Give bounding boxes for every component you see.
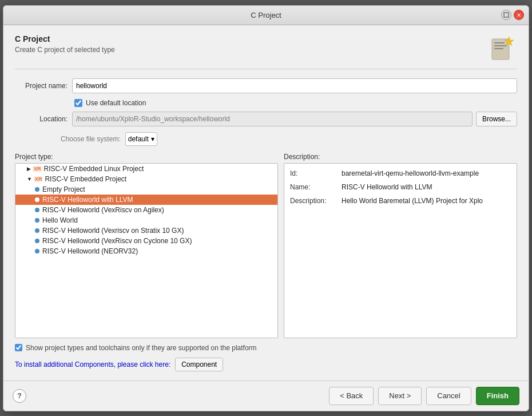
svg-rect-3 xyxy=(494,45,507,46)
browse-button[interactable]: Browse... xyxy=(476,112,517,126)
project-type-tree: ▶ XR RISC-V Embedded Linux Project ▼ XR … xyxy=(15,163,278,338)
bullet-icon xyxy=(35,249,39,253)
bullet-icon xyxy=(35,187,39,192)
dialog-title: C Project xyxy=(15,34,115,43)
project-name-row: Project name: xyxy=(15,78,517,93)
install-components-row: To install additional Components, please… xyxy=(15,358,517,371)
project-type-label: Project type: xyxy=(15,153,278,161)
collapse-arrow-icon: ▶ xyxy=(27,166,31,172)
dialog-footer: ? < Back Next > Cancel Finish xyxy=(3,381,529,411)
use-default-location-label: Use default location xyxy=(86,99,146,107)
project-name-label: Project name: xyxy=(15,82,72,90)
show-supported-label: Show project types and toolchains only i… xyxy=(26,344,257,352)
dialog-header: C Project Create C project of selected t… xyxy=(15,34,517,69)
bullet-icon xyxy=(35,228,39,233)
xr-badge: XR xyxy=(33,166,42,172)
filesystem-label: Choose file system: xyxy=(61,135,121,143)
tree-item-label: RISC-V Embedded Linux Project xyxy=(44,165,144,173)
filesystem-row: Choose file system: default ▾ xyxy=(61,132,517,146)
titlebar-title: C Project xyxy=(251,11,281,19)
help-button[interactable]: ? xyxy=(13,389,26,403)
project-name-input[interactable] xyxy=(72,78,517,93)
bullet-icon xyxy=(35,239,39,243)
tree-item-label: Hello World xyxy=(42,216,78,224)
project-icon xyxy=(487,34,517,62)
tree-item-label: RISC-V Helloworld (VexRiscv on Cyclone 1… xyxy=(42,237,192,245)
dialog-window: C Project ✕ C Project Create C project o… xyxy=(3,5,529,411)
desc-name-row: Name: RISC-V Helloworld with LLVM xyxy=(290,182,511,192)
desc-name-value: RISC-V Helloworld with LLVM xyxy=(342,182,511,192)
svg-rect-0 xyxy=(504,13,509,17)
tree-item-label: RISC-V Embedded Project xyxy=(45,175,126,183)
component-button[interactable]: Component xyxy=(175,358,223,371)
titlebar: C Project ✕ xyxy=(3,6,529,25)
svg-rect-4 xyxy=(494,48,503,49)
project-type-section: Project type: ▶ XR RISC-V Embedded Linux… xyxy=(15,153,278,338)
next-button[interactable]: Next > xyxy=(378,387,422,405)
desc-name-key: Name: xyxy=(290,182,342,192)
dialog-subtitle: Create C project of selected type xyxy=(15,46,115,54)
xr-badge: XR xyxy=(34,176,43,182)
tree-item-label: RISC-V Helloworld (VexRiscv on Agilex) xyxy=(42,206,164,214)
show-supported-row: Show project types and toolchains only i… xyxy=(15,344,517,352)
dialog-header-text: C Project Create C project of selected t… xyxy=(15,34,115,54)
description-section: Description: Id: baremetal-virt-qemu-hel… xyxy=(284,153,517,338)
tree-item-cyclone[interactable]: RISC-V Helloworld (VexRiscv on Cyclone 1… xyxy=(15,236,277,246)
tree-item-stratix[interactable]: RISC-V Helloworld (Vexriscv on Stratix 1… xyxy=(15,225,277,236)
tree-item-neorv32[interactable]: RISC-V Helloworld (NEORV32) xyxy=(15,246,277,256)
tree-item-agilex[interactable]: RISC-V Helloworld (VexRiscv on Agilex) xyxy=(15,205,277,215)
back-button[interactable]: < Back xyxy=(329,387,374,405)
description-container: Id: baremetal-virt-qemu-helloworld-llvm-… xyxy=(284,163,517,338)
location-label: Location: xyxy=(15,115,72,123)
desc-id-value: baremetal-virt-qemu-helloworld-llvm-exam… xyxy=(342,168,511,179)
filesystem-select[interactable]: default ▾ xyxy=(125,132,157,146)
filesystem-value: default xyxy=(128,135,149,143)
maximize-button[interactable] xyxy=(501,10,511,20)
tree-item-label: RISC-V Helloworld (NEORV32) xyxy=(42,247,138,255)
titlebar-controls: ✕ xyxy=(501,10,524,20)
use-default-location-checkbox[interactable] xyxy=(74,99,82,107)
desc-id-key: Id: xyxy=(290,168,342,179)
tree-item-label: RISC-V Helloworld (Vexriscv on Stratix 1… xyxy=(42,227,184,235)
bullet-icon xyxy=(35,208,39,212)
footer-buttons: < Back Next > Cancel Finish xyxy=(329,387,519,405)
tree-item-label: RISC-V Helloworld with LLVM xyxy=(42,196,133,204)
bullet-icon xyxy=(35,218,39,223)
use-default-location-row: Use default location xyxy=(74,99,517,107)
expand-arrow-icon: ▼ xyxy=(27,176,32,182)
bullet-icon xyxy=(35,197,39,202)
desc-description-row: Description: Hello World Baremetal (LLVM… xyxy=(290,196,511,206)
location-input[interactable] xyxy=(72,112,473,126)
tree-item-xr-embedded[interactable]: ▼ XR RISC-V Embedded Project xyxy=(15,174,277,184)
desc-id-row: Id: baremetal-virt-qemu-helloworld-llvm-… xyxy=(290,168,511,179)
tree-item-empty-project[interactable]: Empty Project xyxy=(15,184,277,195)
desc-description-key: Description: xyxy=(290,196,342,206)
tree-item-label: Empty Project xyxy=(42,185,85,193)
main-area: Project type: ▶ XR RISC-V Embedded Linux… xyxy=(15,153,517,338)
tree-item-xr-linux[interactable]: ▶ XR RISC-V Embedded Linux Project xyxy=(15,164,277,174)
close-button[interactable]: ✕ xyxy=(514,10,524,20)
svg-rect-2 xyxy=(494,42,505,43)
location-row: Location: Browse... xyxy=(15,112,517,126)
cancel-button[interactable]: Cancel xyxy=(426,387,471,405)
chevron-down-icon: ▾ xyxy=(151,135,154,143)
show-supported-checkbox[interactable] xyxy=(15,344,22,351)
desc-description-value: Hello World Baremetal (LLVM) Project for… xyxy=(342,196,511,206)
dialog-content: C Project Create C project of selected t… xyxy=(3,25,529,381)
tree-item-risc-v-helloworld-llvm[interactable]: RISC-V Helloworld with LLVM xyxy=(15,195,277,205)
install-text: To install additional Components, please… xyxy=(15,360,170,369)
finish-button[interactable]: Finish xyxy=(476,387,519,405)
description-label: Description: xyxy=(284,153,517,161)
tree-item-hello-world[interactable]: Hello World xyxy=(15,215,277,225)
